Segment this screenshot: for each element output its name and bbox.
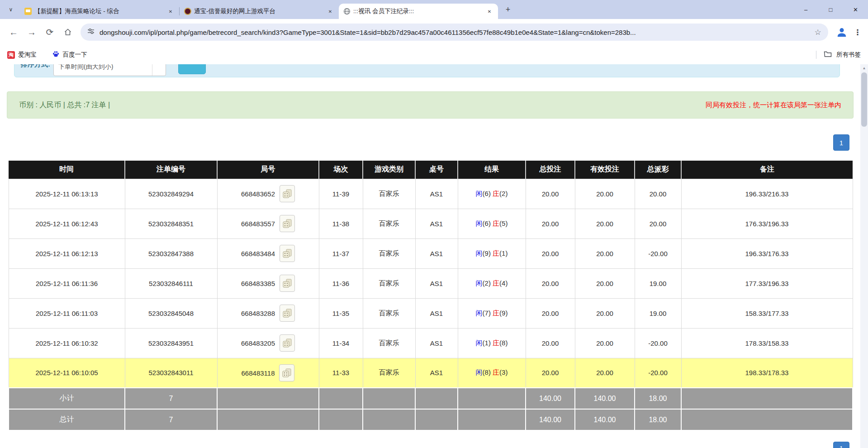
bet-record-row[interactable]: 2025-12-11 06:10:32523032843951668483205… bbox=[9, 328, 853, 358]
cell-round: 668483484 bbox=[217, 238, 319, 268]
profile-avatar-icon[interactable] bbox=[835, 25, 849, 39]
cell-total-bet[interactable]: 20.00 bbox=[526, 238, 575, 268]
cell-result bbox=[458, 388, 526, 409]
tab-search-caret-icon[interactable]: ∨ bbox=[5, 3, 17, 16]
bet-record-row[interactable]: 2025-12-11 06:12:43523032848351668483557… bbox=[9, 209, 853, 238]
summary-bar: 币别 : 人民币 | 总共 :7 注单 | 同局有效投注，统一计算在该局第一张注… bbox=[7, 91, 854, 119]
bet-record-row[interactable]: 2025-12-11 06:12:13523032847388668483484… bbox=[9, 238, 853, 268]
tab-close-icon[interactable]: ✕ bbox=[326, 7, 334, 15]
cell-valid-bet: 20.00 bbox=[575, 358, 635, 388]
site-info-icon[interactable] bbox=[87, 27, 95, 37]
tab-betrecord-active[interactable]: :::视讯 会员下注纪录::: ✕ bbox=[339, 4, 498, 19]
bet-record-row[interactable]: 2025-12-11 06:11:03523032845048668483288… bbox=[9, 298, 853, 328]
tab-title: 【新提醒】海燕策略论坛 - 综合 bbox=[34, 7, 164, 15]
round-result-media-button[interactable] bbox=[280, 245, 295, 262]
column-header: 备注 bbox=[681, 161, 853, 179]
cell-valid-bet: 20.00 bbox=[575, 298, 635, 328]
dice-card-icon bbox=[282, 308, 292, 318]
tab-close-icon[interactable]: ✕ bbox=[166, 7, 175, 15]
cell-remark bbox=[681, 409, 853, 430]
tab-title: :::视讯 会员下注纪录::: bbox=[353, 7, 483, 15]
bet-record-row[interactable]: 2025-12-11 06:11:36523032846111668483385… bbox=[9, 268, 853, 298]
new-tab-button[interactable]: + bbox=[502, 3, 514, 16]
cell-total-bet[interactable]: 20.00 bbox=[526, 298, 575, 328]
all-bookmarks-button[interactable]: 所有书签 bbox=[836, 51, 861, 59]
round-result-media-button[interactable] bbox=[280, 215, 295, 232]
url-text[interactable]: dongshouji.com/ipl/portal.php/game/betre… bbox=[100, 29, 811, 36]
pagination-bottom-page-1-button[interactable]: 1 bbox=[833, 442, 849, 448]
cell-remark: 176.33/196.33 bbox=[681, 209, 853, 238]
cell-valid-bet: 20.00 bbox=[575, 209, 635, 238]
round-result-media-button[interactable] bbox=[280, 185, 295, 202]
cell-bet-id: 523032843011 bbox=[125, 358, 217, 388]
cell-remark: 196.33/176.33 bbox=[681, 238, 853, 268]
page-scrollbar[interactable]: ▲ bbox=[860, 64, 868, 448]
close-button[interactable]: ✕ bbox=[843, 0, 868, 19]
tab-tongbao[interactable]: 通宝-信誉最好的网上游戏平台 ✕ bbox=[180, 4, 339, 19]
column-header: 总投注 bbox=[526, 161, 575, 179]
round-result-media-button[interactable] bbox=[280, 305, 295, 322]
sort-filter-label: 排序方式: bbox=[21, 64, 50, 69]
bookmark-label: 爱淘宝 bbox=[18, 51, 37, 59]
cell-total-bet[interactable]: 20.00 bbox=[526, 209, 575, 238]
cell-valid-bet: 140.00 bbox=[575, 409, 635, 430]
back-icon[interactable]: ← bbox=[5, 24, 22, 40]
cell-round: 668483205 bbox=[217, 328, 319, 358]
round-result-media-button[interactable] bbox=[279, 364, 294, 381]
minimize-button[interactable]: – bbox=[793, 0, 818, 19]
column-header: 总派彩 bbox=[635, 161, 681, 179]
page-content: 排序方式: 下单时间(由大到小) 币别 : 人民币 | 总共 :7 注单 | 同… bbox=[0, 64, 868, 448]
bookmarks-bar: 淘 爱淘宝 百度一下 所有书签 bbox=[0, 45, 868, 64]
result-player-label: 闲 bbox=[476, 279, 483, 287]
cell-remark: 198.33/178.33 bbox=[681, 358, 853, 388]
result-player-label: 闲 bbox=[476, 190, 483, 197]
address-bar[interactable]: dongshouji.com/ipl/portal.php/game/betre… bbox=[81, 24, 828, 41]
browser-menu-icon[interactable]: ⋮ bbox=[852, 28, 863, 37]
cell-remark: 196.33/216.33 bbox=[681, 179, 853, 209]
cell-remark: 177.33/196.33 bbox=[681, 268, 853, 298]
bookmark-baidu[interactable]: 百度一下 bbox=[52, 50, 87, 59]
cell-session: 11-33 bbox=[319, 358, 363, 388]
cell-session: 11-34 bbox=[319, 328, 363, 358]
cell-valid-bet: 20.00 bbox=[575, 238, 635, 268]
bet-record-row[interactable]: 2025-12-11 06:10:05523032843011668483118… bbox=[9, 358, 853, 388]
reload-icon[interactable]: ⟳ bbox=[42, 24, 58, 40]
pagination-page-1-button[interactable]: 1 bbox=[833, 134, 849, 151]
tongbao-favicon-icon bbox=[184, 8, 191, 15]
cell-time: 小计 bbox=[9, 388, 125, 409]
cell-round: 668483118 bbox=[217, 358, 319, 388]
sort-select[interactable]: 下单时间(由大到小) bbox=[53, 64, 166, 76]
select-divider bbox=[152, 64, 152, 76]
cell-result bbox=[458, 409, 526, 430]
tab-close-icon[interactable]: ✕ bbox=[485, 7, 493, 15]
tab-forum[interactable]: 【新提醒】海燕策略论坛 - 综合 ✕ bbox=[20, 4, 179, 19]
bookmark-aitaobao[interactable]: 淘 爱淘宝 bbox=[7, 51, 37, 59]
cell-session: 11-38 bbox=[319, 209, 363, 238]
scrollbar-thumb[interactable] bbox=[861, 72, 867, 127]
round-result-media-button[interactable] bbox=[280, 334, 295, 352]
cell-total-bet[interactable]: 20.00 bbox=[526, 268, 575, 298]
column-header: 游戏类别 bbox=[363, 161, 415, 179]
scrollbar-up-icon[interactable]: ▲ bbox=[860, 64, 868, 72]
cell-total-bet[interactable]: 20.00 bbox=[526, 179, 575, 209]
forward-icon[interactable]: → bbox=[24, 24, 40, 40]
bookmark-label: 百度一下 bbox=[63, 51, 87, 59]
column-header: 注单编号 bbox=[125, 161, 217, 179]
bet-record-row[interactable]: 2025-12-11 06:13:13523032849294668483652… bbox=[9, 179, 853, 209]
tab-strip: ∨ 【新提醒】海燕策略论坛 - 综合 ✕ 通宝-信誉最好的网上游戏平台 ✕ ::… bbox=[0, 0, 868, 19]
cell-total-bet[interactable]: 20.00 bbox=[526, 358, 575, 388]
home-icon[interactable] bbox=[60, 24, 76, 40]
bookmark-star-icon[interactable]: ☆ bbox=[811, 28, 825, 37]
maximize-button[interactable]: □ bbox=[818, 0, 843, 19]
cell-payout: -20.00 bbox=[635, 238, 681, 268]
cell-time: 2025-12-11 06:10:05 bbox=[9, 358, 125, 388]
dice-card-icon bbox=[282, 189, 292, 199]
cell-total-bet[interactable]: 20.00 bbox=[526, 328, 575, 358]
round-number: 668483205 bbox=[241, 339, 275, 347]
result-player-label: 闲 bbox=[476, 309, 483, 317]
cell-result: 闲(8) 庄(3) bbox=[458, 358, 526, 388]
sort-select-value: 下单时间(由大到小) bbox=[54, 64, 113, 71]
cell-round: 668483557 bbox=[217, 209, 319, 238]
round-result-media-button[interactable] bbox=[280, 275, 295, 292]
search-button[interactable] bbox=[178, 64, 206, 74]
